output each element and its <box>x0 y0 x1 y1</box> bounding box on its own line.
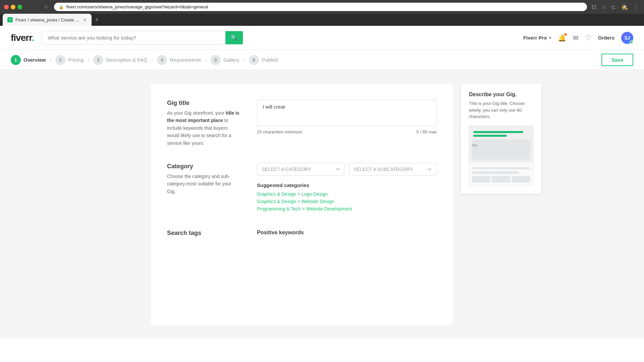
step-arrow-4: › <box>205 57 207 63</box>
category-link-website-development[interactable]: Programming & Tech > Website Development <box>257 206 437 212</box>
input-meta: 15 characters minimum 5 / 80 max <box>257 129 437 134</box>
gig-title-section: Gig title As your Gig storefront, your t… <box>167 100 437 147</box>
step-1-overview[interactable]: 1 Overview <box>11 55 46 65</box>
favorites-icon[interactable]: ♡ <box>585 34 591 42</box>
content-area: Gig title As your Gig storefront, your t… <box>0 70 644 338</box>
avatar[interactable]: SJ <box>621 32 633 44</box>
search-button[interactable]: 🔍 <box>225 31 243 44</box>
step-3-description[interactable]: 3 Description & FAQ <box>93 55 147 65</box>
browser-actions: ⊡ ☆ ⊏ 🕵 ⋮ <box>590 3 640 11</box>
progress-line-2 <box>473 135 507 137</box>
step-2-label: Pricing <box>68 57 84 63</box>
incognito-icon[interactable]: 🕵 <box>620 3 629 11</box>
step-1-label: Overview <box>23 57 46 63</box>
gig-card-title-bar <box>472 171 519 174</box>
gig-card-mockup: title <box>469 125 533 186</box>
price-bar-1 <box>472 176 490 183</box>
category-select[interactable]: SELECT A CATEGORY <box>257 163 345 176</box>
step-5-label: Gallery <box>223 57 239 63</box>
orders-link[interactable]: Orders <box>598 35 614 41</box>
logo-dot: . <box>32 33 34 43</box>
search-bar: 🔍 <box>42 31 243 45</box>
refresh-button[interactable]: ↻ <box>43 4 51 10</box>
profile-icon[interactable]: ⊏ <box>610 3 617 11</box>
price-bar-2 <box>492 176 510 183</box>
preview-desc: This is your Gig title. Choose wisely, y… <box>469 100 533 120</box>
category-section: Category Choose the category and sub-cat… <box>167 163 437 214</box>
search-tags-heading: Search tags <box>167 230 241 237</box>
lock-icon: 🔒 <box>59 5 64 9</box>
online-status-dot <box>630 41 633 44</box>
step-4-requirements[interactable]: 4 Requirements <box>157 55 201 65</box>
gig-preview-card: Describe your Gig. This is your Gig titl… <box>461 83 541 194</box>
gig-title-input[interactable]: I will creat <box>257 100 437 126</box>
step-1-number: 1 <box>14 57 17 63</box>
left-spacer <box>103 83 143 325</box>
tab-title: Fiverr / sheena_jones / Create ... <box>15 17 79 22</box>
step-6-circle: 6 <box>249 55 259 65</box>
search-tags-section: Search tags Positive keywords <box>167 230 437 238</box>
maximize-window-button[interactable] <box>17 5 22 9</box>
gig-title-label-area: Gig title As your Gig storefront, your t… <box>167 100 241 147</box>
fiverr-logo[interactable]: fiverr. <box>11 33 34 43</box>
step-5-gallery[interactable]: 5 Gallery <box>211 55 239 65</box>
progress-lines <box>473 131 529 138</box>
back-button[interactable]: ‹ <box>25 3 31 11</box>
new-tab-button[interactable]: + <box>92 15 101 25</box>
minimize-window-button[interactable] <box>11 5 15 9</box>
main-form: Gig title As your Gig storefront, your t… <box>151 83 453 325</box>
card-label-title: title <box>472 143 478 147</box>
window-controls[interactable] <box>4 5 22 9</box>
search-input[interactable] <box>42 32 225 44</box>
price-bar-3 <box>512 176 530 183</box>
subcategory-select[interactable]: SELECT A SUBCATEGORY <box>349 163 437 176</box>
cast-icon[interactable]: ⊡ <box>590 3 597 11</box>
category-link-website-design[interactable]: Graphics & Design > Website Design <box>257 199 437 204</box>
category-link-logo-design[interactable]: Graphics & Design > Logo Design <box>257 191 437 197</box>
nav-controls: ‹ › ↻ <box>25 3 51 11</box>
suggested-title: Suggested categories <box>257 182 437 188</box>
preview-title: Describe your Gig. <box>469 92 533 98</box>
gig-title-heading: Gig title <box>167 100 241 107</box>
category-description: Choose the category and sub-category mos… <box>167 173 241 195</box>
wizard-nav: 1 Overview › 2 Pricing › 3 Description &… <box>0 50 644 70</box>
wizard-steps: 1 Overview › 2 Pricing › 3 Description &… <box>11 55 601 65</box>
active-tab[interactable]: f Fiverr / sheena_jones / Create ... ✕ <box>3 14 92 26</box>
fiverr-pro-button[interactable]: Fiverr Pro ▾ <box>523 35 551 41</box>
save-button[interactable]: Save <box>601 54 633 66</box>
browser-chrome: ‹ › ↻ 🔒 fiverr.com/users/sheena_jones/ma… <box>0 0 644 14</box>
chevron-down-icon: ▾ <box>549 36 551 40</box>
bookmark-icon[interactable]: ☆ <box>600 3 607 11</box>
messages-icon[interactable]: ✉ <box>573 34 579 42</box>
step-3-number: 3 <box>97 57 100 63</box>
step-2-circle: 2 <box>55 55 65 65</box>
gig-title-description: As your Gig storefront, your title is th… <box>167 109 241 147</box>
close-window-button[interactable] <box>4 5 9 9</box>
char-count: 5 / 80 max <box>416 129 437 134</box>
step-5-circle: 5 <box>211 55 221 65</box>
gig-card-bottom <box>469 163 533 185</box>
step-2-pricing[interactable]: 2 Pricing <box>55 55 84 65</box>
tab-bar: f Fiverr / sheena_jones / Create ... ✕ + <box>0 14 644 26</box>
step-6-publish[interactable]: 6 Publish <box>249 55 278 65</box>
tab-favicon: f <box>7 17 13 22</box>
right-panel: Describe your Gig. This is your Gig titl… <box>461 83 541 325</box>
notification-icon[interactable]: 🔔 <box>558 34 566 42</box>
category-content: SELECT A CATEGORY SELECT A SUBCATEGORY S… <box>257 163 437 214</box>
step-4-label: Requirements <box>170 57 201 63</box>
search-icon: 🔍 <box>231 35 237 41</box>
pos-keywords-title: Positive keywords <box>257 230 437 236</box>
progress-line-1 <box>473 131 523 133</box>
gig-card-top: title <box>469 126 533 163</box>
page: fiverr. 🔍 Fiverr Pro ▾ 🔔 ✉ ♡ Orders SJ <box>0 26 644 362</box>
forward-button[interactable]: › <box>34 3 40 11</box>
tab-close-button[interactable]: ✕ <box>83 17 87 22</box>
suggested-categories: Suggested categories Graphics & Design >… <box>257 182 437 212</box>
menu-icon[interactable]: ⋮ <box>632 3 640 11</box>
gig-title-content: I will creat 15 characters minimum 5 / 8… <box>257 100 437 147</box>
step-arrow-1: › <box>50 57 52 63</box>
category-heading: Category <box>167 163 241 170</box>
notification-dot <box>564 33 567 36</box>
step-4-number: 4 <box>161 57 163 63</box>
address-bar[interactable]: 🔒 fiverr.com/users/sheena_jones/manage_g… <box>54 3 587 11</box>
